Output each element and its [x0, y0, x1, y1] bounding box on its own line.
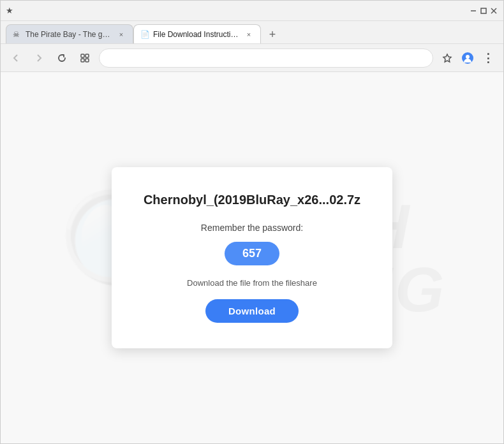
svg-rect-7 — [85, 59, 89, 62]
tab-piratebay-close[interactable]: × — [116, 29, 126, 40]
back-button[interactable] — [7, 49, 25, 67]
new-tab-button[interactable]: + — [263, 26, 281, 43]
piratebay-favicon: ☠ — [13, 30, 22, 39]
tab-piratebay-label: The Pirate Bay - The galaxy's m... — [26, 30, 112, 39]
download-card: Chernobyl_(2019BluRay_x26...02.7z Rememb… — [112, 167, 392, 348]
svg-rect-6 — [81, 59, 84, 62]
file-title: Chernobyl_(2019BluRay_x26...02.7z — [144, 193, 360, 207]
tab-filedownload[interactable]: 📄 File Download Instructions for... × — [133, 24, 261, 43]
tab-filedownload-close[interactable]: × — [244, 29, 254, 40]
svg-point-10 — [466, 55, 470, 59]
svg-rect-5 — [85, 54, 89, 57]
title-bar: ★ — [1, 1, 503, 21]
svg-rect-1 — [481, 8, 486, 13]
svg-rect-4 — [81, 54, 84, 57]
download-button[interactable]: Download — [205, 299, 299, 323]
svg-marker-8 — [443, 54, 451, 62]
fileshare-text: Download the file from the fileshare — [144, 278, 360, 288]
reload-button[interactable] — [53, 49, 71, 67]
bookmark-button[interactable] — [438, 49, 456, 67]
menu-button[interactable]: ⋮ — [479, 49, 497, 67]
browser-window: ★ ☠ The Pirate Bay - The galaxy's m... ×… — [0, 0, 504, 444]
profile-button[interactable] — [459, 49, 477, 67]
extensions-button[interactable] — [76, 49, 94, 67]
remember-label: Remember the password: — [144, 223, 360, 233]
forward-button[interactable] — [30, 49, 48, 67]
tab-filedownload-label: File Download Instructions for... — [153, 30, 240, 39]
webpage-content: 🔍 FISH LUNG Chernobyl_(2019BluRay_x26...… — [1, 72, 503, 443]
address-input[interactable] — [99, 48, 433, 68]
password-badge: 657 — [225, 242, 279, 265]
address-bar: ⋮ — [1, 44, 503, 72]
minimize-button[interactable] — [469, 6, 478, 15]
tab-piratebay[interactable]: ☠ The Pirate Bay - The galaxy's m... × — [6, 24, 133, 43]
maximize-button[interactable] — [479, 6, 488, 15]
tab-bar: ☠ The Pirate Bay - The galaxy's m... × 📄… — [1, 21, 503, 44]
close-button[interactable] — [489, 6, 498, 15]
filedownload-favicon: 📄 — [140, 30, 149, 39]
